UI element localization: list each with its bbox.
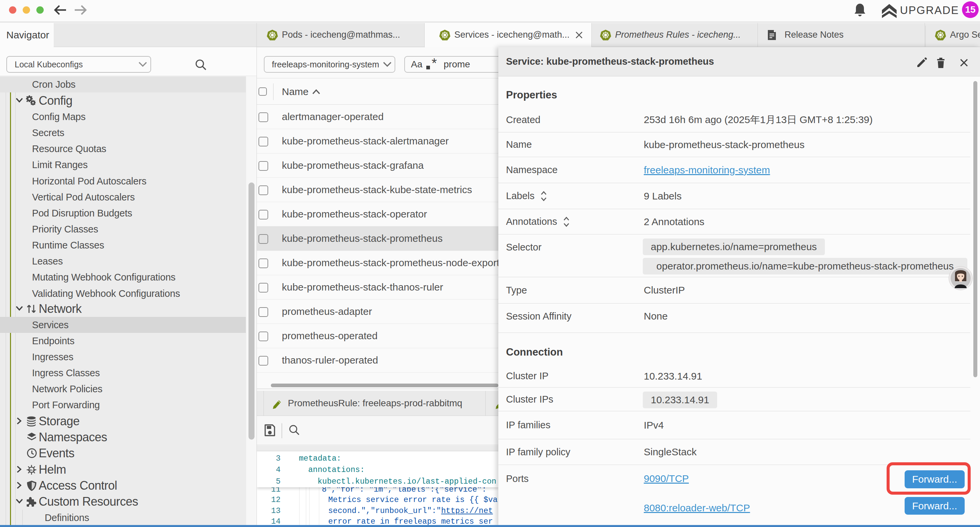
svg-text:HELM: HELM bbox=[28, 469, 35, 471]
